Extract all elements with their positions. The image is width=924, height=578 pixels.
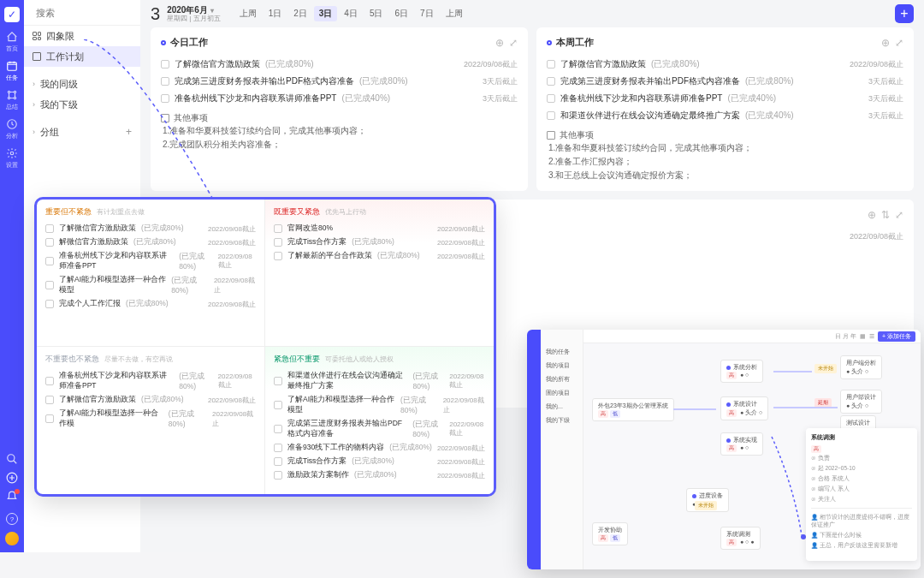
task-row[interactable]: 完成Tiss合作方案(已完成80%)2022/09/08截止 xyxy=(274,235,485,249)
day-tab[interactable]: 7日 xyxy=(415,6,439,21)
checkbox[interactable] xyxy=(45,238,54,247)
add-icon[interactable]: ⊕ xyxy=(495,37,504,49)
preview-nav-item[interactable]: 我的所有 xyxy=(544,372,579,386)
plus-icon[interactable]: + xyxy=(126,126,132,138)
task-row[interactable]: 了解AI能力和模型选择一种合作模型(已完成80%)2022/09/08截止 xyxy=(45,273,256,297)
task-row[interactable]: 了解最新的平台合作政策(已完成80%)2022/09/08截止 xyxy=(274,249,485,263)
sort-icon[interactable]: ⇅ xyxy=(881,209,890,221)
preview-nav-item[interactable]: 我的... xyxy=(544,400,579,414)
task-row[interactable]: 完成Tiss合作方案(已完成80%)2022/09/08截止 xyxy=(274,455,485,468)
task-row[interactable]: 了解AI能力和模型选择一种合作模型(已完成80%)2022/09/08截止 xyxy=(274,393,485,417)
task-row[interactable]: 解微信官方激励政策(已完成80%)2022/09/08截止 xyxy=(45,235,256,249)
checkbox[interactable] xyxy=(45,414,54,423)
app-sidebar: ✓ 首页 任务 总结 分析 设置 ? xyxy=(0,0,24,552)
add-icon[interactable] xyxy=(6,472,18,484)
task-row[interactable]: 了解AI能力和模型选择一种合作模(已完成80%)2022/09/08截止 xyxy=(45,407,256,431)
task-row[interactable]: 完成个人工作汇报(已完成80%)2022/09/08截止 xyxy=(45,297,256,311)
search-input[interactable] xyxy=(36,8,154,18)
mindmap-node[interactable]: 外包23年3期办公管理系统高低 xyxy=(592,398,674,421)
nav-quadrant[interactable]: 四象限 xyxy=(24,26,140,46)
preview-nav-item[interactable]: 我的下级 xyxy=(544,414,579,427)
sidebar-item-summary[interactable]: 总结 xyxy=(2,87,22,113)
user-avatar[interactable] xyxy=(5,532,19,545)
checkbox[interactable] xyxy=(274,444,282,452)
sidebar-item-home[interactable]: 首页 xyxy=(2,29,22,55)
checkbox[interactable] xyxy=(274,457,282,466)
checkbox[interactable] xyxy=(547,111,555,120)
svg-point-2 xyxy=(14,91,15,92)
task-row[interactable]: 准备杭州线下沙龙和内容联系讲师准备PPT(已完成40%)3天后截止 xyxy=(547,90,903,107)
day-tab[interactable]: 1日 xyxy=(264,6,287,21)
checkbox[interactable] xyxy=(45,396,54,404)
nav-peers[interactable]: › 我的同级 xyxy=(24,74,140,94)
sidebar-item-analysis[interactable]: 分析 xyxy=(2,116,22,142)
preview-add-button[interactable]: + 添加任务 xyxy=(878,331,915,342)
nav-group[interactable]: › 分组 + xyxy=(24,122,140,142)
mindmap-node[interactable]: 用户部设计● 头介 ○ xyxy=(840,390,882,414)
expand-icon[interactable]: ⤢ xyxy=(895,209,903,221)
checkbox[interactable] xyxy=(547,60,555,69)
mindmap-node[interactable]: 系统调测高 ● ○ ● xyxy=(720,527,761,550)
day-tab[interactable]: 2日 xyxy=(288,6,312,21)
day-tab[interactable]: 6日 xyxy=(389,6,413,21)
task-row[interactable]: 准备杭州线下沙龙和内容联系讲师准备PPT(已完成40%)3天后截止 xyxy=(161,90,518,107)
nav-subs[interactable]: › 我的下级 xyxy=(24,94,140,115)
checkbox[interactable] xyxy=(161,60,169,69)
checkbox[interactable] xyxy=(274,252,282,260)
checkbox[interactable] xyxy=(274,224,282,233)
day-tab[interactable]: 上周 xyxy=(234,6,262,21)
checkbox[interactable] xyxy=(45,281,54,289)
task-row[interactable]: 准备杭州线下沙龙和内容联系讲师准备PPT(已完成80%)2022/09/08截止 xyxy=(45,249,256,273)
task-row[interactable]: 和渠道伙伴进行在线会议沟通确定最终推广方案(已完成40%)3天后截止 xyxy=(547,107,903,124)
search-icon[interactable] xyxy=(6,453,18,465)
add-button[interactable]: + xyxy=(895,4,914,23)
task-row[interactable]: 准备930线下工作的物料内容(已完成80%)2022/09/08截止 xyxy=(274,441,485,455)
mindmap-node[interactable]: 系统实现高 ● ○ xyxy=(720,432,763,456)
task-row[interactable]: 完成第三进度财务报表并输出PDF格式内容准备(已完成80%)3天后截止 xyxy=(547,73,903,90)
day-tab[interactable]: 3日 xyxy=(314,6,338,21)
mindmap-node[interactable]: 开发协助高低 xyxy=(592,522,628,545)
day-tab[interactable]: 4日 xyxy=(339,6,363,21)
task-row[interactable]: 完成第三进度财务报表并输出PDF格式内容准备(已完成80%)3天后截止 xyxy=(161,73,518,90)
add-icon[interactable]: ⊕ xyxy=(868,209,876,221)
sidebar-item-tasks[interactable]: 任务 xyxy=(2,58,22,84)
day-tab[interactable]: 5日 xyxy=(364,6,388,21)
preview-nav-item[interactable]: 固的项目 xyxy=(544,386,579,400)
preview-nav-item[interactable]: 我的项目 xyxy=(544,359,579,372)
checkbox[interactable] xyxy=(45,257,54,265)
checkbox[interactable] xyxy=(547,77,555,86)
svg-point-1 xyxy=(8,91,9,92)
checkbox[interactable] xyxy=(274,401,282,409)
checkbox[interactable] xyxy=(45,224,54,233)
checkbox[interactable] xyxy=(45,300,54,308)
checkbox[interactable] xyxy=(161,94,169,103)
task-row[interactable]: 了解微信官方激励政策(已完成80%)2022/09/08截止 xyxy=(45,393,256,407)
task-row[interactable]: 了解微信官方激励政策(已完成80%)2022/09/08截止 xyxy=(45,222,256,235)
checkbox[interactable] xyxy=(274,471,282,480)
preview-nav-item[interactable]: 我的任务 xyxy=(544,345,579,359)
mindmap-node[interactable]: 系统设计高 ● 头介 ○ xyxy=(720,396,768,420)
checkbox[interactable] xyxy=(274,238,282,247)
checkbox[interactable] xyxy=(161,77,169,86)
expand-icon[interactable]: ⤢ xyxy=(895,37,903,49)
mindmap-node[interactable]: 系统分析高 ● ○ xyxy=(720,360,763,383)
sidebar-item-settings[interactable]: 设置 xyxy=(2,146,22,171)
task-row[interactable]: 和渠道伙伴进行在线会议沟通确定最终推广方案(已完成80%)2022/09/08截… xyxy=(274,369,485,393)
expand-icon[interactable]: ⤢ xyxy=(509,37,518,49)
checkbox[interactable] xyxy=(45,377,54,385)
mindmap-node[interactable]: 用户端分析● 头介 ○ xyxy=(840,355,882,379)
task-row[interactable]: 完成第三进度财务报表并输出PDF格式内容准备(已完成80%)2022/09/08… xyxy=(274,417,485,441)
day-tabs: 上周1日2日3日4日5日6日7日上周 xyxy=(234,6,468,21)
add-icon[interactable]: ⊕ xyxy=(881,37,890,49)
task-row[interactable]: 官网改造80%2022/09/08截止 xyxy=(274,222,485,235)
day-tab[interactable]: 上周 xyxy=(441,6,468,21)
help-icon[interactable]: ? xyxy=(6,513,18,525)
checkbox[interactable] xyxy=(547,94,555,103)
task-row[interactable]: 了解微信官方激励政策(已完成80%)2022/09/08截止 xyxy=(161,56,518,73)
checkbox[interactable] xyxy=(274,425,282,433)
nav-plan[interactable]: 工作计划 xyxy=(24,46,140,67)
checkbox[interactable] xyxy=(274,377,282,385)
task-row[interactable]: 激励政策方案制作(已完成80%)2022/09/08截止 xyxy=(274,468,485,482)
task-row[interactable]: 了解微信官方激励政策(已完成80%)2022/09/08截止 xyxy=(547,56,903,73)
task-row[interactable]: 准备杭州线下沙龙和内容联系讲师准备PPT(已完成80%)2022/09/08截止 xyxy=(45,369,256,393)
